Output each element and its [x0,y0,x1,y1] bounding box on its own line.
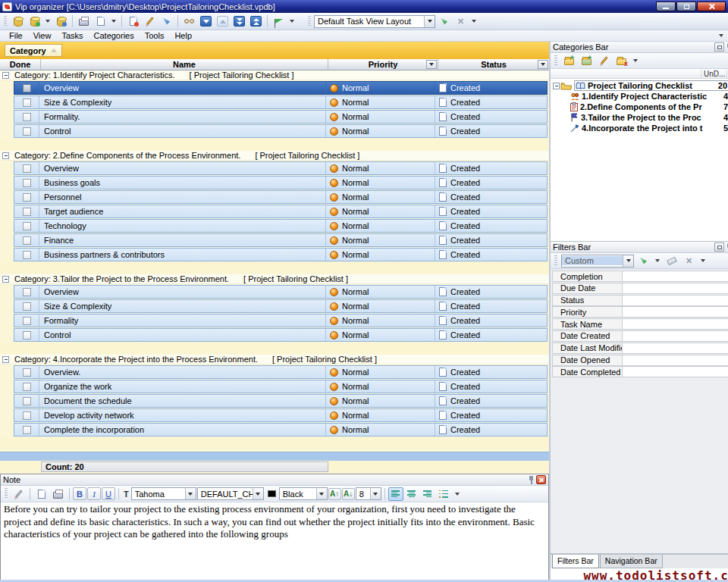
done-checkbox[interactable] [23,179,31,187]
category-group-header[interactable]: Category: 1.Identify Project Characteris… [0,70,549,80]
print-button[interactable] [76,14,92,29]
tab-filters-bar[interactable]: Filters Bar [552,555,599,568]
print-preview-button[interactable] [93,14,108,29]
column-header-done[interactable]: Done [0,59,41,70]
flag-dropdown-icon[interactable] [290,20,294,23]
done-checkbox[interactable] [23,164,31,173]
new-database-button[interactable] [10,14,26,29]
open-database-dropdown-icon[interactable] [46,20,50,23]
column-header-priority[interactable]: Priority [328,59,438,70]
column-header-status[interactable]: Status [438,59,549,70]
note-toolbar-overflow-icon[interactable] [455,493,460,496]
print-note-button[interactable] [50,487,66,501]
task-row[interactable]: Technology Normal Created [14,219,548,233]
done-checkbox[interactable] [23,317,31,325]
task-row[interactable]: Size & Complexity Normal Created [14,95,548,109]
task-row[interactable]: Size & Complexity Normal Created [14,299,548,313]
move-down-button[interactable] [198,14,214,29]
menu-item-tasks[interactable]: Tasks [57,31,87,40]
horizontal-scrollbar[interactable] [0,452,549,461]
task-row[interactable]: Organize the work Normal Created [14,380,548,393]
complete-task-button[interactable] [158,14,174,29]
menu-item-tools[interactable]: Tools [140,31,169,40]
tab-navigation-bar[interactable]: Navigation Bar [600,555,663,568]
charset-combo[interactable]: DEFAULT_CHAR [197,487,264,500]
note-close-button[interactable] [536,475,546,484]
done-checkbox[interactable] [23,331,31,340]
bullet-list-button[interactable] [436,487,452,501]
note-text[interactable]: Before you can try to tailor your projec… [1,502,548,581]
category-group-header[interactable]: Category: 3.Tailor the Project to the Pr… [0,274,549,284]
task-row[interactable]: Personnel Normal Created [14,190,548,204]
done-checkbox[interactable] [23,397,31,405]
save-filter-dropdown-icon[interactable] [655,259,660,262]
filter-value-field[interactable] [622,271,728,282]
task-row[interactable]: Develop activity network Normal Created [14,408,548,422]
font-increase-button[interactable]: A↑ [328,488,341,500]
remove-filter-button[interactable]: ✕ [681,254,697,268]
done-checkbox[interactable] [23,288,31,296]
close-button[interactable] [697,2,726,11]
collapse-group-icon[interactable] [2,72,9,79]
save-filter-button[interactable] [635,254,651,268]
collapse-group-icon[interactable] [2,356,9,363]
color-combo[interactable]: Black [279,487,328,500]
task-row[interactable]: Overview Normal Created [14,285,548,299]
minimize-button[interactable] [656,2,676,11]
task-row[interactable]: Finance Normal Created [14,233,548,247]
edit-category-button[interactable] [596,54,612,68]
layout-combo-dropdown-icon[interactable] [424,16,435,27]
task-row[interactable]: Control Normal Created [14,124,548,138]
tree-item[interactable]: 4.Incorporate the Project into t 5 5 [551,123,728,133]
task-row[interactable]: Business goals Normal Created [14,176,548,189]
menubar-overflow-icon[interactable] [719,34,723,37]
new-task-button[interactable] [125,14,141,29]
collapse-group-icon[interactable] [2,152,9,159]
done-checkbox[interactable] [23,302,31,311]
group-by-category-chip[interactable]: Category [5,44,62,57]
view-button[interactable] [181,14,197,29]
align-right-button[interactable] [420,487,435,501]
task-row[interactable]: Formality. Normal Created [14,110,548,124]
flag-button[interactable] [271,14,287,29]
task-row[interactable]: Document the schedule Normal Created [14,394,548,408]
filter-value-field[interactable] [622,306,728,318]
collapse-group-icon[interactable] [2,276,9,283]
open-database-button[interactable] [27,14,42,29]
pin-icon[interactable] [528,476,535,484]
dropdown-arrow-icon[interactable] [185,488,196,499]
done-checkbox[interactable] [23,426,31,434]
italic-button[interactable]: I [87,487,101,500]
tree-item[interactable]: 2.Define Components of the Pr 7 7 [551,102,728,112]
filter-value-field[interactable] [622,343,728,354]
task-row[interactable]: Control Normal Created [14,328,548,342]
insert-file-button[interactable] [33,487,49,501]
done-checkbox[interactable] [23,236,31,245]
task-row[interactable]: Business partners & contributors Normal … [14,248,548,261]
done-checkbox[interactable] [23,411,31,420]
dropdown-arrow-icon[interactable] [316,488,327,499]
task-row[interactable]: Overview. Normal Created [14,365,548,379]
dropdown-arrow-icon[interactable] [253,488,263,499]
restore-icon[interactable] [714,242,724,252]
underline-button[interactable]: U [102,487,115,500]
edit-note-button[interactable] [11,487,27,501]
tree-item-root[interactable]: Project Tailoring Checklist 20 20 [551,80,728,91]
align-left-button[interactable] [388,487,403,501]
done-checkbox[interactable] [23,383,31,391]
save-layout-button[interactable] [436,14,452,29]
done-checkbox[interactable] [23,84,31,92]
menu-item-categories[interactable]: Categories [89,31,139,40]
font-size-combo[interactable]: 8 [356,487,381,500]
clear-filter-button[interactable] [664,254,679,268]
expand-all-button[interactable] [231,14,247,29]
task-row[interactable]: Complete the incorporation Normal Create… [14,423,548,436]
undone-column-header[interactable]: UnD... [701,70,726,78]
filter-value-field[interactable] [622,355,728,366]
bold-button[interactable]: B [73,487,86,500]
layout-combo[interactable]: Default Task View Layout [314,15,435,28]
maximize-button[interactable] [676,2,696,11]
task-row[interactable]: Formality Normal Created [14,314,548,327]
move-up-button[interactable] [215,14,231,29]
done-checkbox[interactable] [23,368,31,377]
